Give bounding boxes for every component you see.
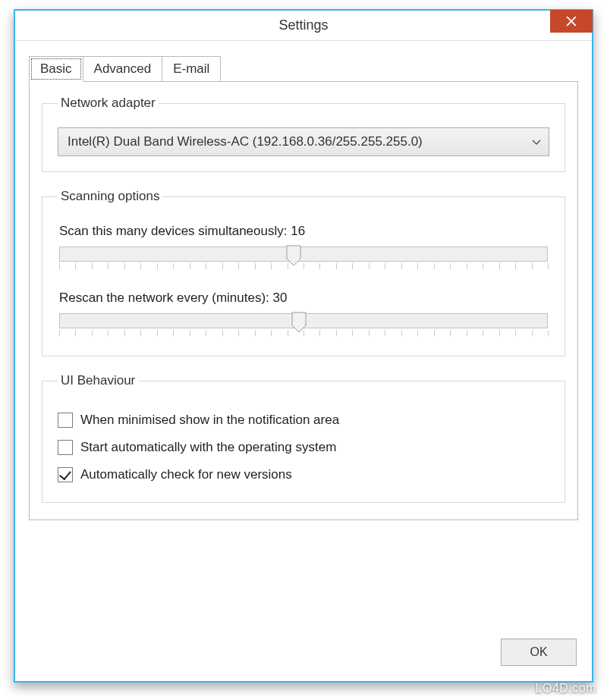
checkbox[interactable] <box>58 467 73 482</box>
slider-ticks <box>59 330 548 337</box>
rescan-interval-slider[interactable] <box>59 313 548 328</box>
titlebar: Settings <box>15 11 592 41</box>
checkbox-label: Start automatically with the operating s… <box>80 440 336 455</box>
simultaneous-devices-slider[interactable] <box>59 246 548 262</box>
dialog-buttons: OK <box>501 639 577 666</box>
settings-window: Settings Basic Advanced E-mail Network a… <box>14 9 593 683</box>
group-legend: UI Behaviour <box>58 373 138 388</box>
button-label: OK <box>530 645 547 659</box>
simultaneous-devices-label: Scan this many devices simultaneously: 1… <box>59 224 549 239</box>
tab-label: Basic <box>40 61 72 76</box>
tab-basic[interactable]: Basic <box>29 56 83 82</box>
autostart-option[interactable]: Start automatically with the operating s… <box>58 440 549 455</box>
close-icon <box>566 16 577 27</box>
group-network-adapter: Network adapter Intel(R) Dual Band Wirel… <box>42 96 565 172</box>
checkbox[interactable] <box>58 440 73 455</box>
window-title: Settings <box>278 17 328 33</box>
group-legend: Scanning options <box>58 189 162 204</box>
tab-advanced[interactable]: Advanced <box>83 56 163 82</box>
slider-ticks <box>59 263 548 271</box>
dropdown-value: Intel(R) Dual Band Wireless-AC (192.168.… <box>68 134 423 149</box>
client-area: Basic Advanced E-mail Network adapter In… <box>29 55 578 667</box>
group-scanning-options: Scanning options Scan this many devices … <box>42 189 565 356</box>
simultaneous-devices-field: Scan this many devices simultaneously: 1… <box>58 224 549 271</box>
group-legend: Network adapter <box>58 96 159 111</box>
rescan-interval-field: Rescan the network every (minutes): 30 <box>58 290 549 337</box>
tab-label: E-mail <box>173 61 209 76</box>
tab-label: Advanced <box>94 61 152 76</box>
tabstrip: Basic Advanced E-mail <box>29 55 578 82</box>
minimise-to-tray-option[interactable]: When minimised show in the notification … <box>58 413 549 428</box>
checkbox-label: When minimised show in the notification … <box>80 413 339 428</box>
network-adapter-dropdown[interactable]: Intel(R) Dual Band Wireless-AC (192.168.… <box>58 127 549 156</box>
watermark: LO4D.com <box>536 682 596 695</box>
ok-button[interactable]: OK <box>501 639 577 666</box>
close-button[interactable] <box>550 10 593 33</box>
checkbox-label: Automatically check for new versions <box>80 467 292 482</box>
chevron-down-icon <box>532 134 541 149</box>
tabpage-basic: Network adapter Intel(R) Dual Band Wirel… <box>29 81 578 520</box>
rescan-interval-label: Rescan the network every (minutes): 30 <box>59 290 549 306</box>
autoupdate-option[interactable]: Automatically check for new versions <box>58 467 549 482</box>
checkbox[interactable] <box>58 413 73 428</box>
group-ui-behaviour: UI Behaviour When minimised show in the … <box>42 373 565 503</box>
tab-email[interactable]: E-mail <box>162 56 221 82</box>
